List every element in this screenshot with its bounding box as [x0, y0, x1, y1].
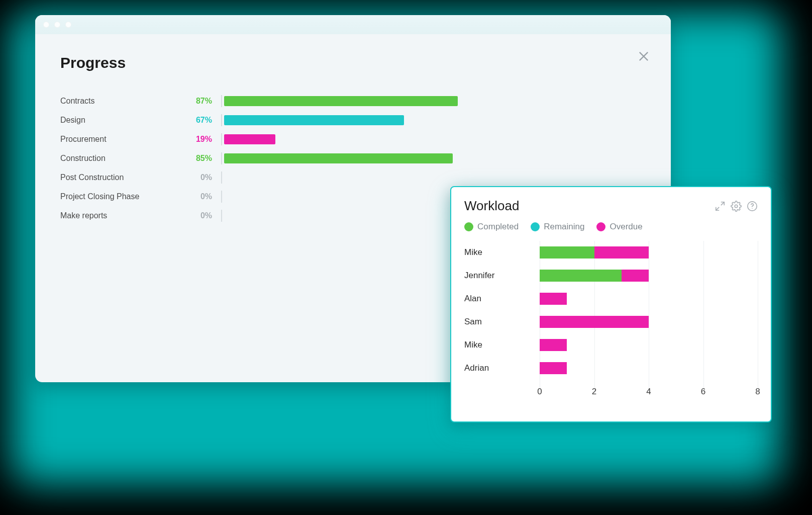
workload-row: Mike [464, 333, 758, 357]
workload-row-name: Jennifer [464, 271, 540, 281]
progress-row-bar [224, 153, 453, 163]
legend-label: Completed [477, 222, 519, 232]
workload-row: Adrian [464, 357, 758, 380]
progress-row-tick [221, 191, 222, 203]
progress-row-percent: 0% [191, 173, 221, 182]
progress-row-percent: 0% [191, 211, 221, 220]
legend-swatch [464, 222, 473, 231]
progress-row-tick [221, 95, 222, 107]
x-tick-label: 8 [755, 387, 760, 397]
x-tick-label: 2 [592, 387, 596, 397]
window-dot [65, 22, 71, 28]
progress-row: Post Construction0% [60, 168, 646, 187]
gridline [758, 241, 758, 393]
progress-row-track [221, 173, 646, 183]
workload-segment-overdue [540, 339, 567, 351]
svg-point-2 [752, 208, 752, 208]
legend-swatch [531, 222, 540, 231]
expand-icon[interactable] [715, 201, 726, 212]
progress-row-label: Make reports [60, 211, 191, 220]
progress-row-track [221, 134, 646, 144]
progress-row: Design67% [60, 111, 646, 130]
progress-row-label: Contracts [60, 97, 191, 106]
progress-row: Contracts87% [60, 92, 646, 111]
workload-card: Workload CompletedRema [450, 186, 772, 422]
workload-row-name: Mike [464, 247, 540, 258]
x-tick-label: 4 [646, 387, 651, 397]
workload-row: Jennifer [464, 264, 758, 287]
legend-swatch [596, 222, 605, 231]
workload-segment-completed [540, 246, 594, 259]
help-icon[interactable] [747, 201, 758, 212]
workload-row-name: Adrian [464, 363, 540, 373]
progress-row-track [221, 153, 646, 163]
progress-row-track [221, 96, 646, 106]
workload-segment-overdue [540, 316, 649, 328]
workload-row-barzone [540, 293, 758, 305]
workload-row: Sam [464, 310, 758, 333]
progress-row-percent: 0% [191, 192, 221, 201]
progress-row: Procurement19% [60, 130, 646, 149]
workload-row: Alan [464, 287, 758, 310]
legend-item: Completed [464, 222, 519, 232]
workload-row-barzone [540, 246, 758, 259]
workload-segment-overdue [540, 293, 567, 305]
x-tick-label: 6 [701, 387, 705, 397]
workload-segment-overdue [594, 246, 649, 259]
workload-segment-completed [540, 270, 622, 282]
progress-row-percent: 85% [191, 154, 221, 163]
window-dot [54, 22, 60, 28]
workload-row: Mike [464, 241, 758, 264]
progress-title: Progress [60, 54, 646, 71]
progress-row-label: Design [60, 116, 191, 125]
progress-row-label: Procurement [60, 135, 191, 144]
x-tick-label: 0 [537, 387, 542, 397]
legend-item: Remaining [531, 222, 584, 232]
progress-row-percent: 19% [191, 135, 221, 144]
close-icon[interactable] [637, 49, 651, 63]
workload-row-name: Sam [464, 317, 540, 327]
progress-row-label: Construction [60, 154, 191, 163]
progress-row-tick [221, 114, 222, 126]
workload-row-barzone [540, 339, 758, 351]
legend-label: Overdue [610, 222, 642, 232]
window-dot [43, 22, 49, 28]
gear-icon[interactable] [731, 201, 742, 212]
progress-row: Construction85% [60, 149, 646, 168]
workload-segment-overdue [540, 362, 567, 374]
progress-row-percent: 87% [191, 97, 221, 106]
progress-row-percent: 67% [191, 116, 221, 125]
progress-row-bar [224, 96, 458, 106]
progress-row-track [221, 115, 646, 125]
progress-row-tick [221, 133, 222, 145]
progress-row-tick [221, 152, 222, 164]
progress-row-label: Post Construction [60, 173, 191, 182]
legend-item: Overdue [596, 222, 642, 232]
workload-row-name: Mike [464, 340, 540, 350]
window-titlebar [35, 15, 671, 34]
workload-row-name: Alan [464, 294, 540, 304]
workload-row-barzone [540, 362, 758, 374]
workload-row-barzone [540, 270, 758, 282]
progress-row-tick [221, 210, 222, 222]
progress-row-tick [221, 171, 222, 184]
workload-title: Workload [464, 198, 519, 214]
legend-label: Remaining [544, 222, 584, 232]
progress-row-label: Project Closing Phase [60, 192, 191, 201]
progress-row-bar [224, 115, 404, 125]
svg-point-0 [735, 205, 738, 208]
progress-row-bar [224, 134, 275, 144]
workload-row-barzone [540, 316, 758, 328]
workload-segment-overdue [622, 270, 649, 282]
